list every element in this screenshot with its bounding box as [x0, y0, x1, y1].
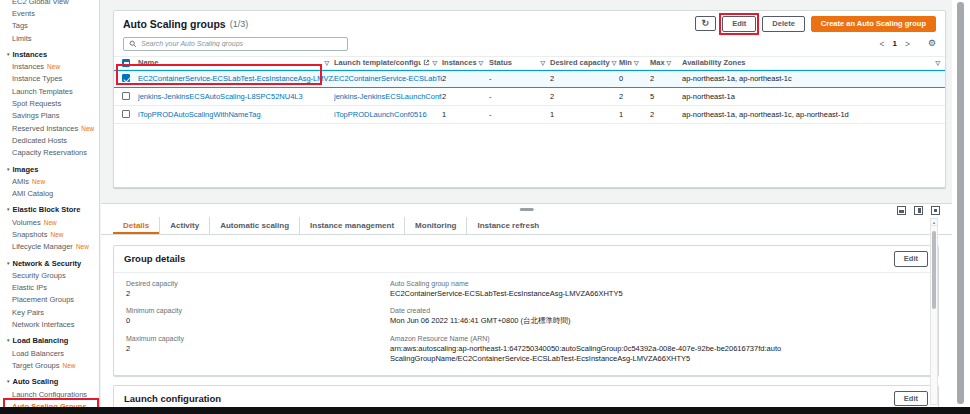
row-launch-link[interactable]: EC2ContainerService-ECSLabTest-Ec...	[334, 74, 442, 83]
sidebar-item-label: Auto Scaling	[12, 377, 58, 386]
sidebar-item-label: Launch Templates	[12, 87, 73, 96]
filter-icon[interactable]: ▽	[540, 60, 545, 66]
row-launch-link[interactable]: iTopPRODLaunchConf0516	[334, 110, 442, 119]
row-checkbox[interactable]	[122, 92, 130, 100]
sidebar-item-load-balancers[interactable]: Load Balancers	[5, 347, 97, 359]
refresh-button[interactable]: ↻	[695, 16, 717, 31]
tab-instance-refresh[interactable]: Instance refresh	[466, 217, 549, 234]
row-name-link[interactable]: jenkins-JenkinsECSAutoScaling-L8SPC52NU4…	[138, 92, 334, 101]
next-page-button[interactable]: >	[905, 39, 910, 49]
table-row[interactable]: iTopPRODAutoScalingWithNameTagiTopPRODLa…	[114, 106, 945, 124]
row-min: 2	[619, 92, 650, 101]
sidebar-item-placement-groups[interactable]: Placement Groups	[5, 294, 97, 306]
filter-icon[interactable]: ▽	[667, 60, 672, 66]
sidebar-item-target-groups[interactable]: Target GroupsNew	[5, 359, 97, 371]
edit-button[interactable]: Edit	[722, 16, 756, 32]
row-name-link[interactable]: EC2ContainerService-ECSLabTest-EcsInstan…	[138, 74, 334, 83]
row-launch-link[interactable]: jenkins-JenkinsECSLaunchConfigura...	[334, 92, 442, 101]
table-row[interactable]: EC2ContainerService-ECSLabTest-EcsInstan…	[114, 70, 945, 88]
sidebar-item-spot-requests[interactable]: Spot Requests	[5, 97, 97, 109]
panel-position-bottom-icon[interactable]	[897, 206, 906, 215]
sidebar-section-elastic-block-store[interactable]: ▼Elastic Block Store	[5, 204, 97, 216]
page-scrollbar-thumb[interactable]	[957, 2, 964, 404]
group-details-edit-button[interactable]: Edit	[894, 251, 928, 267]
sidebar-item-amis[interactable]: AMIsNew	[5, 175, 97, 187]
table-toolbar: < 1 > ⚙	[114, 34, 945, 56]
tab-automatic-scaling[interactable]: Automatic scaling	[209, 217, 299, 234]
search-input[interactable]	[141, 40, 342, 47]
sidebar-section-images[interactable]: ▼Images	[5, 163, 97, 175]
tab-monitoring[interactable]: Monitoring	[404, 217, 466, 234]
launch-configuration-card: Launch configuration Edit Launch configu…	[113, 385, 939, 408]
prev-page-button[interactable]: <	[880, 39, 885, 49]
sidebar-item-lifecycle-manager[interactable]: Lifecycle ManagerNew	[5, 241, 97, 253]
sidebar-item-key-pairs[interactable]: Key Pairs	[5, 306, 97, 318]
filter-icon[interactable]: ▽	[634, 60, 639, 66]
filter-icon[interactable]: ▽	[612, 60, 617, 66]
sidebar-item-elastic-ips[interactable]: Elastic IPs	[5, 282, 97, 294]
preferences-gear-icon[interactable]: ⚙	[928, 39, 936, 48]
sidebar-item-network-interfaces[interactable]: Network Interfaces	[5, 318, 97, 330]
new-badge: New	[32, 178, 45, 185]
row-checkbox-cell	[114, 110, 138, 118]
sidebar-item-tags[interactable]: Tags	[5, 20, 97, 32]
sidebar-item-launch-templates[interactable]: Launch Templates	[5, 85, 97, 97]
row-name-link[interactable]: iTopPRODAutoScalingWithNameTag	[138, 110, 334, 119]
sidebar-item-events[interactable]: Events	[5, 7, 97, 19]
sidebar-item-capacity-reservations[interactable]: Capacity Reservations	[5, 147, 97, 159]
panel-position-side-icon[interactable]	[914, 206, 923, 215]
sidebar-item-dedicated-hosts[interactable]: Dedicated Hosts	[5, 134, 97, 146]
row-status: -	[489, 110, 550, 119]
panel-scrollbar-thumb[interactable]	[932, 231, 936, 309]
panel-scrollbar[interactable]: ▲	[930, 218, 938, 405]
page-scrollbar[interactable]	[952, 0, 970, 407]
sidebar-item-security-groups[interactable]: Security Groups	[5, 269, 97, 281]
sidebar-item-ec2-global-view[interactable]: EC2 Global View	[5, 0, 97, 7]
row-instances: 2	[442, 74, 489, 83]
field-label: Minimum capacity	[126, 307, 390, 314]
panel-position-detached-icon[interactable]	[931, 206, 940, 215]
row-checkbox[interactable]	[122, 110, 130, 118]
filter-icon[interactable]: ▽	[324, 60, 329, 66]
sidebar-section-load-balancing[interactable]: ▼Load Balancing	[5, 335, 97, 347]
field-auto-scaling-group-name: Auto Scaling group nameEC2ContainerServi…	[390, 280, 926, 300]
sidebar-item-label: Key Pairs	[12, 308, 44, 317]
sidebar-section-instances[interactable]: ▼Instances	[5, 48, 97, 60]
sidebar-item-instance-types[interactable]: Instance Types	[5, 73, 97, 85]
create-asg-button[interactable]: Create an Auto Scaling group	[811, 16, 936, 32]
tab-details[interactable]: Details	[113, 217, 159, 234]
sidebar-section-network-security[interactable]: ▼Network & Security	[5, 257, 97, 269]
sidebar-item-snapshots[interactable]: SnapshotsNew	[5, 228, 97, 240]
row-instances: 2	[442, 92, 489, 101]
row-checkbox[interactable]	[122, 74, 130, 82]
sidebar-item-label: Launch Configurations	[12, 390, 87, 399]
delete-button[interactable]: Delete	[762, 16, 805, 32]
filter-icon[interactable]: ▽	[479, 60, 484, 66]
sidebar-item-instances[interactable]: InstancesNew	[5, 60, 97, 72]
sidebar-item-reserved-instances[interactable]: Reserved InstancesNew	[5, 122, 97, 134]
sidebar-item-ami-catalog[interactable]: AMI Catalog	[5, 187, 97, 199]
sidebar-item-savings-plans[interactable]: Savings Plans	[5, 110, 97, 122]
table-row[interactable]: jenkins-JenkinsECSAutoScaling-L8SPC52NU4…	[114, 88, 945, 106]
sidebar-item-limits[interactable]: Limits	[5, 32, 97, 44]
sidebar-item-auto-scaling-groups[interactable]: Auto Scaling Groups	[5, 400, 97, 407]
launch-configuration-edit-button[interactable]: Edit	[894, 391, 928, 407]
tab-instance-management[interactable]: Instance management	[299, 217, 404, 234]
filter-icon[interactable]: ▽	[432, 60, 437, 66]
search-box[interactable]	[123, 37, 348, 51]
tab-activity[interactable]: Activity	[159, 217, 209, 234]
scrollbar-up-arrow-icon[interactable]: ▲	[931, 219, 937, 226]
filter-icon[interactable]: ▽	[935, 60, 940, 66]
select-all-checkbox[interactable]	[122, 59, 130, 67]
column-label: Max	[650, 58, 665, 67]
sidebar-item-label: Security Groups	[12, 271, 66, 280]
sidebar-section-auto-scaling[interactable]: ▼Auto Scaling	[5, 376, 97, 388]
sidebar-item-volumes[interactable]: VolumesNew	[5, 216, 97, 228]
sidebar-item-label: Capacity Reservations	[12, 148, 87, 157]
current-page[interactable]: 1	[893, 39, 897, 48]
row-desired-capacity: 2	[550, 74, 619, 83]
sidebar-item-launch-configurations[interactable]: Launch Configurations	[5, 388, 97, 400]
sidebar-item-label: Placement Groups	[12, 295, 74, 304]
split-panel-drag-handle[interactable]	[519, 208, 533, 211]
table-body: EC2ContainerService-ECSLabTest-EcsInstan…	[114, 70, 945, 124]
